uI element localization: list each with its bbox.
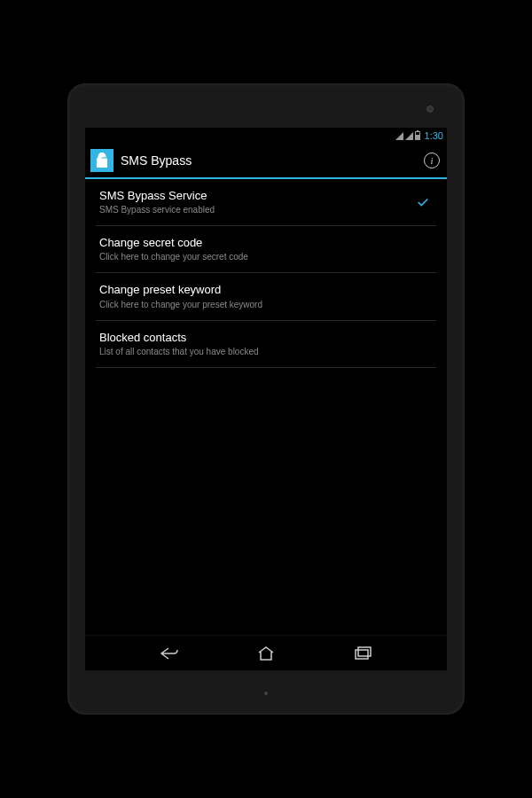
tablet-frame: 1:30 SMS Bypass i SMS Bypass Service SMS… [67, 83, 465, 715]
app-icon [90, 149, 113, 172]
settings-list: SMS Bypass Service SMS Bypass service en… [85, 179, 447, 635]
home-button[interactable] [254, 641, 278, 666]
item-text: Change preset keyword Click here to chan… [99, 282, 433, 310]
recent-button[interactable] [350, 641, 375, 666]
unlock-icon [95, 153, 109, 168]
item-title: Blocked contacts [99, 330, 433, 346]
camera-dot [426, 106, 434, 113]
item-subtitle: List of all contacts that you have block… [99, 346, 433, 358]
check-icon [417, 197, 429, 207]
item-text: Blocked contacts List of all contacts th… [99, 330, 433, 358]
signal-icon [405, 132, 413, 140]
app-title: SMS Bypass [121, 153, 424, 168]
item-text: Change secret code Click here to change … [99, 235, 433, 263]
status-bar: 1:30 [85, 128, 447, 144]
back-icon [160, 646, 179, 661]
item-subtitle: SMS Bypass service enabled [99, 204, 417, 216]
item-subtitle: Click here to change your secret code [99, 251, 433, 263]
item-title: SMS Bypass Service [99, 188, 417, 204]
svg-rect-0 [98, 159, 107, 167]
svg-rect-2 [358, 647, 371, 656]
signal-icon [395, 132, 403, 140]
item-text: SMS Bypass Service SMS Bypass service en… [99, 188, 417, 216]
recent-icon [354, 646, 372, 661]
item-subtitle: Click here to change your preset keyword [99, 299, 433, 311]
back-button[interactable] [157, 641, 182, 666]
home-indicator [264, 692, 268, 695]
setting-sms-bypass-service[interactable]: SMS Bypass Service SMS Bypass service en… [96, 179, 436, 226]
navigation-bar [85, 635, 447, 670]
setting-change-preset-keyword[interactable]: Change preset keyword Click here to chan… [96, 273, 436, 320]
item-title: Change secret code [99, 235, 433, 251]
home-icon [257, 645, 275, 661]
battery-icon [415, 131, 420, 140]
setting-blocked-contacts[interactable]: Blocked contacts List of all contacts th… [96, 321, 436, 368]
status-clock: 1:30 [425, 130, 443, 141]
screen: 1:30 SMS Bypass i SMS Bypass Service SMS… [85, 128, 447, 670]
status-icons [395, 131, 420, 140]
checkbox-checked[interactable] [417, 196, 429, 208]
info-button[interactable]: i [424, 153, 440, 168]
setting-change-secret-code[interactable]: Change secret code Click here to change … [96, 226, 436, 273]
item-title: Change preset keyword [99, 282, 433, 298]
app-bar: SMS Bypass i [85, 144, 447, 179]
svg-rect-1 [356, 650, 368, 659]
